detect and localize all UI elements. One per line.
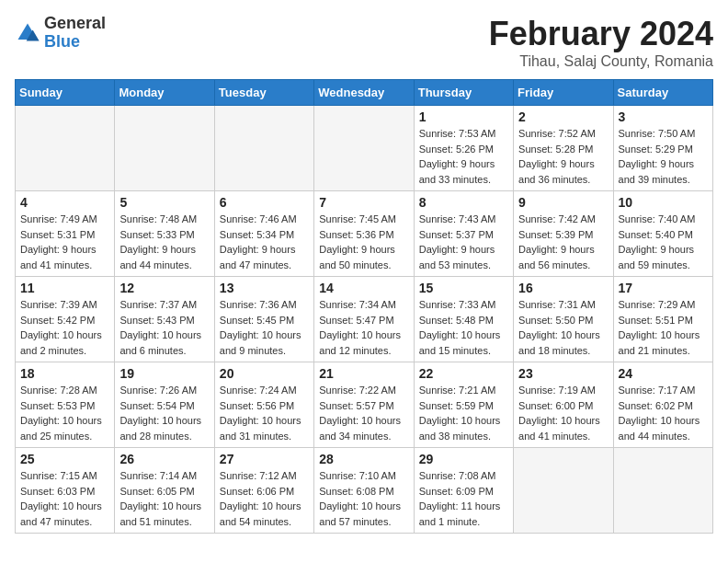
daylight-text: Daylight: 10 hours and 51 minutes.: [119, 499, 209, 529]
daylight-text: Daylight: 10 hours and 41 minutes.: [518, 413, 608, 443]
calendar-cell: 5Sunrise: 7:48 AMSunset: 5:33 PMDaylight…: [115, 191, 214, 277]
day-number: 23: [518, 366, 608, 381]
daylight-text: Daylight: 10 hours and 31 minutes.: [220, 413, 309, 443]
sunset-text: Sunset: 5:26 PM: [419, 142, 508, 157]
day-number: 15: [419, 281, 508, 295]
day-number: 16: [518, 281, 608, 295]
calendar-cell: [214, 106, 313, 191]
calendar-cell: 4Sunrise: 7:49 AMSunset: 5:31 PMDaylight…: [16, 191, 115, 277]
calendar-cell: 21Sunrise: 7:22 AMSunset: 5:57 PMDayligh…: [314, 362, 414, 448]
daylight-text: Daylight: 10 hours and 9 minutes.: [220, 327, 309, 358]
calendar-cell: 22Sunrise: 7:21 AMSunset: 5:59 PMDayligh…: [414, 362, 513, 448]
day-number: 7: [319, 195, 408, 210]
calendar-cell: 16Sunrise: 7:31 AMSunset: 5:50 PMDayligh…: [514, 277, 613, 362]
day-info: Sunrise: 7:50 AMSunset: 5:29 PMDaylight:…: [619, 126, 708, 187]
day-info: Sunrise: 7:22 AMSunset: 5:57 PMDaylight:…: [319, 383, 408, 443]
daylight-text: Daylight: 10 hours and 12 minutes.: [319, 327, 408, 358]
sunrise-text: Sunrise: 7:17 AM: [619, 383, 708, 398]
daylight-text: Daylight: 9 hours and 47 minutes.: [220, 242, 309, 272]
sunrise-text: Sunrise: 7:46 AM: [220, 212, 309, 227]
day-number: 13: [220, 281, 309, 295]
day-info: Sunrise: 7:33 AMSunset: 5:48 PMDaylight:…: [419, 297, 508, 358]
sunset-text: Sunset: 5:45 PM: [220, 313, 309, 328]
sunrise-text: Sunrise: 7:28 AM: [20, 383, 109, 398]
day-number: 22: [419, 366, 508, 381]
calendar-cell: 8Sunrise: 7:43 AMSunset: 5:37 PMDaylight…: [414, 191, 513, 277]
day-info: Sunrise: 7:14 AMSunset: 6:05 PMDaylight:…: [119, 468, 209, 529]
day-info: Sunrise: 7:53 AMSunset: 5:26 PMDaylight:…: [419, 126, 508, 187]
day-info: Sunrise: 7:39 AMSunset: 5:42 PMDaylight:…: [20, 297, 109, 358]
day-number: 24: [619, 366, 708, 381]
sunset-text: Sunset: 5:28 PM: [518, 142, 608, 157]
day-info: Sunrise: 7:42 AMSunset: 5:39 PMDaylight:…: [518, 212, 608, 272]
day-info: Sunrise: 7:31 AMSunset: 5:50 PMDaylight:…: [518, 297, 608, 358]
sunrise-text: Sunrise: 7:31 AM: [518, 297, 608, 313]
calendar-cell: [115, 106, 214, 191]
daylight-text: Daylight: 9 hours and 50 minutes.: [319, 242, 408, 272]
sunrise-text: Sunrise: 7:12 AM: [220, 468, 309, 484]
day-number: 20: [220, 366, 309, 381]
day-number: 10: [619, 195, 708, 210]
sunset-text: Sunset: 5:37 PM: [419, 227, 508, 243]
day-number: 14: [319, 281, 408, 295]
daylight-text: Daylight: 10 hours and 2 minutes.: [20, 327, 109, 358]
day-info: Sunrise: 7:45 AMSunset: 5:36 PMDaylight:…: [319, 212, 408, 272]
sunset-text: Sunset: 5:33 PM: [119, 227, 209, 243]
daylight-text: Daylight: 9 hours and 53 minutes.: [419, 242, 508, 272]
sunrise-text: Sunrise: 7:29 AM: [619, 297, 708, 313]
week-row-5: 25Sunrise: 7:15 AMSunset: 6:03 PMDayligh…: [16, 448, 713, 534]
sunrise-text: Sunrise: 7:15 AM: [20, 468, 109, 484]
day-info: Sunrise: 7:48 AMSunset: 5:33 PMDaylight:…: [119, 212, 209, 272]
location-title: Tihau, Salaj County, Romania: [489, 53, 713, 70]
sunset-text: Sunset: 5:59 PM: [419, 398, 508, 414]
day-info: Sunrise: 7:37 AMSunset: 5:43 PMDaylight:…: [119, 297, 209, 358]
daylight-text: Daylight: 10 hours and 18 minutes.: [518, 327, 608, 358]
day-number: 5: [119, 195, 209, 210]
calendar-cell: 11Sunrise: 7:39 AMSunset: 5:42 PMDayligh…: [16, 277, 115, 362]
daylight-text: Daylight: 9 hours and 56 minutes.: [518, 242, 608, 272]
daylight-text: Daylight: 10 hours and 47 minutes.: [20, 499, 109, 529]
day-number: 25: [20, 452, 109, 466]
calendar-cell: 19Sunrise: 7:26 AMSunset: 5:54 PMDayligh…: [115, 362, 214, 448]
sunrise-text: Sunrise: 7:08 AM: [419, 468, 508, 484]
sunset-text: Sunset: 5:43 PM: [119, 313, 209, 328]
header-day-monday: Monday: [115, 80, 214, 106]
sunrise-text: Sunrise: 7:14 AM: [119, 468, 209, 484]
calendar-cell: [613, 448, 712, 534]
daylight-text: Daylight: 10 hours and 15 minutes.: [419, 327, 508, 358]
day-info: Sunrise: 7:26 AMSunset: 5:54 PMDaylight:…: [119, 383, 209, 443]
sunrise-text: Sunrise: 7:53 AM: [419, 126, 508, 142]
calendar-cell: 14Sunrise: 7:34 AMSunset: 5:47 PMDayligh…: [314, 277, 414, 362]
calendar-cell: 3Sunrise: 7:50 AMSunset: 5:29 PMDaylight…: [613, 106, 712, 191]
calendar-cell: 27Sunrise: 7:12 AMSunset: 6:06 PMDayligh…: [214, 448, 313, 534]
daylight-text: Daylight: 10 hours and 38 minutes.: [419, 413, 508, 443]
day-number: 21: [319, 366, 408, 381]
title-area: February 2024 Tihau, Salaj County, Roman…: [489, 15, 713, 70]
sunrise-text: Sunrise: 7:49 AM: [20, 212, 109, 227]
day-info: Sunrise: 7:10 AMSunset: 6:08 PMDaylight:…: [319, 468, 408, 529]
day-info: Sunrise: 7:08 AMSunset: 6:09 PMDaylight:…: [419, 468, 508, 529]
sunset-text: Sunset: 5:36 PM: [319, 227, 408, 243]
daylight-text: Daylight: 10 hours and 28 minutes.: [119, 413, 209, 443]
sunset-text: Sunset: 5:39 PM: [518, 227, 608, 243]
calendar-cell: 17Sunrise: 7:29 AMSunset: 5:51 PMDayligh…: [613, 277, 712, 362]
sunset-text: Sunset: 6:06 PM: [220, 484, 309, 500]
daylight-text: Daylight: 10 hours and 21 minutes.: [619, 327, 708, 358]
sunrise-text: Sunrise: 7:24 AM: [220, 383, 309, 398]
sunset-text: Sunset: 5:50 PM: [518, 313, 608, 328]
daylight-text: Daylight: 10 hours and 25 minutes.: [20, 413, 109, 443]
sunset-text: Sunset: 6:00 PM: [518, 398, 608, 414]
calendar-cell: 28Sunrise: 7:10 AMSunset: 6:08 PMDayligh…: [314, 448, 414, 534]
header-day-tuesday: Tuesday: [214, 80, 313, 106]
calendar-cell: 23Sunrise: 7:19 AMSunset: 6:00 PMDayligh…: [514, 362, 613, 448]
sunset-text: Sunset: 5:29 PM: [619, 142, 708, 157]
sunset-text: Sunset: 6:05 PM: [119, 484, 209, 500]
day-number: 8: [419, 195, 508, 210]
week-row-4: 18Sunrise: 7:28 AMSunset: 5:53 PMDayligh…: [16, 362, 713, 448]
calendar-cell: 6Sunrise: 7:46 AMSunset: 5:34 PMDaylight…: [214, 191, 313, 277]
calendar-cell: [514, 448, 613, 534]
sunset-text: Sunset: 5:31 PM: [20, 227, 109, 243]
day-info: Sunrise: 7:46 AMSunset: 5:34 PMDaylight:…: [220, 212, 309, 272]
week-row-1: 1Sunrise: 7:53 AMSunset: 5:26 PMDaylight…: [16, 106, 713, 191]
sunrise-text: Sunrise: 7:21 AM: [419, 383, 508, 398]
